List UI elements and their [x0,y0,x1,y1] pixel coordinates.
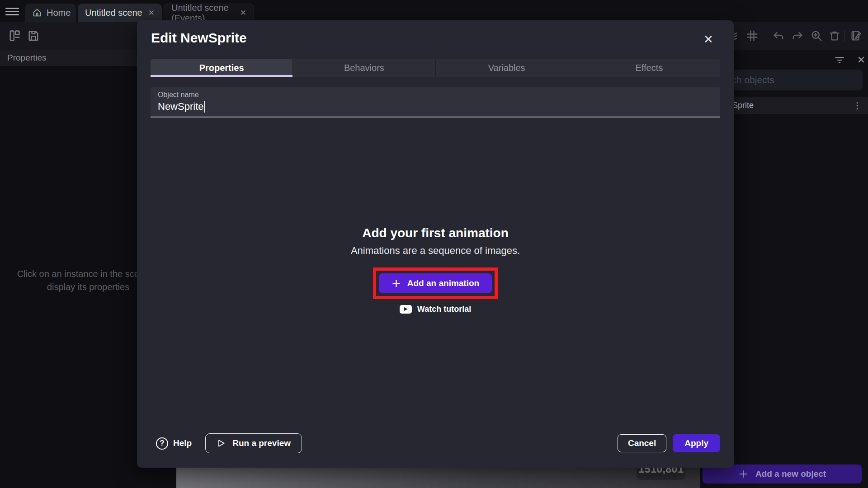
redo-icon[interactable] [791,29,804,42]
home-icon [32,8,42,18]
object-name-field[interactable]: Object name NewSprite [151,87,720,117]
highlight-rectangle: Add an animation [373,267,498,299]
youtube-icon [400,305,412,314]
cancel-button[interactable]: Cancel [618,434,666,452]
tab-properties[interactable]: Properties [151,59,292,77]
filter-icon[interactable] [834,54,845,66]
play-icon [217,439,226,448]
tab-home[interactable]: Home [25,4,76,22]
empty-state-subtitle: Animations are a sequence of images. [137,245,734,257]
app-root: Home Untitled scene ✕ Untitled scene (Ev… [0,0,868,488]
dialog-close-icon[interactable]: ✕ [702,33,715,46]
close-icon[interactable]: ✕ [148,8,155,18]
layout-panels-icon[interactable] [8,29,21,42]
animation-empty-state: Add your first animation Animations are … [137,226,734,314]
help-label: Help [173,438,192,448]
plus-icon [392,279,401,288]
save-icon[interactable] [27,29,40,42]
undo-icon[interactable] [772,29,785,42]
text-caret [204,101,205,113]
tab-untitled-scene-events[interactable]: Untitled scene (Events) ✕ [164,4,254,22]
close-icon[interactable]: ✕ [240,8,246,18]
tab-scene-label: Untitled scene [85,8,142,18]
tab-effects[interactable]: Effects [578,59,720,77]
topbar: Home Untitled scene ✕ Untitled scene (Ev… [0,0,868,22]
watch-tutorial-link[interactable]: Watch tutorial [137,305,734,314]
dialog-footer: ? Help Run a preview Cancel Apply [156,433,720,453]
watch-tutorial-label: Watch tutorial [417,305,471,314]
add-animation-button[interactable]: Add an animation [379,273,492,293]
tab-variables[interactable]: Variables [435,59,578,77]
main-menu-icon[interactable] [5,6,19,16]
apply-button[interactable]: Apply [673,434,720,452]
question-icon: ? [156,437,168,450]
plus-icon [738,469,748,479]
object-name-field-label: Object name [158,91,713,99]
tab-home-label: Home [47,8,71,18]
run-preview-label: Run a preview [232,438,291,448]
edit-scene-icon[interactable] [850,29,863,42]
add-animation-label: Add an animation [407,278,479,288]
toolbar-divider [844,30,845,42]
object-name-field-value: NewSprite [158,101,203,113]
edit-object-dialog: Edit NewSprite ✕ Properties Behaviors Va… [137,20,734,468]
toolbar-divider [766,30,766,42]
tab-untitled-scene[interactable]: Untitled scene ✕ [78,4,162,22]
kebab-menu-icon[interactable]: ⋮ [853,100,862,111]
help-button[interactable]: ? Help [156,437,192,450]
add-new-object-label: Add a new object [755,469,826,479]
close-panel-icon[interactable]: ✕ [855,54,867,66]
dialog-tabs: Properties Behaviors Variables Effects [151,59,720,77]
dialog-title: Edit NewSprite [151,30,247,46]
zoom-in-icon[interactable] [810,29,823,42]
tab-behaviors[interactable]: Behaviors [292,59,435,77]
run-preview-button[interactable]: Run a preview [205,433,302,453]
empty-state-title: Add your first animation [137,226,734,240]
trash-icon[interactable] [828,29,841,42]
grid-icon[interactable] [746,29,759,42]
